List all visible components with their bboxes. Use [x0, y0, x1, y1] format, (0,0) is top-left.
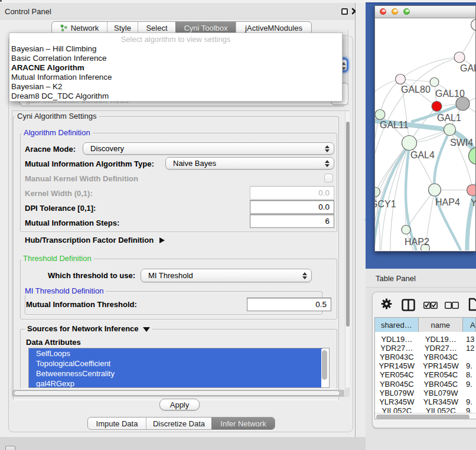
select-all-icon[interactable]	[423, 301, 438, 312]
table-cell: YLR345W	[419, 397, 464, 406]
attribute-list-item[interactable]: TopologicalCoefficient	[29, 358, 322, 369]
hub-section-header[interactable]: Hub/Transcription Factor Definition	[25, 236, 165, 244]
table-column-header[interactable]: shared…	[375, 318, 419, 332]
combo-arrows-icon	[325, 160, 330, 167]
network-edge[interactable]	[406, 190, 435, 230]
apply-button[interactable]: Apply	[159, 399, 200, 410]
window-minimize-icon[interactable]	[392, 8, 398, 15]
mi-threshold-label: Mutual Information Threshold:	[26, 300, 137, 309]
list-scrollbar[interactable]	[321, 349, 328, 388]
table-cell: YBL079W	[419, 389, 464, 397]
tab-label: Style	[114, 24, 131, 32]
tab-select[interactable]: Select	[138, 22, 175, 34]
network-node-salmon-node[interactable]	[467, 185, 476, 196]
network-window-titlebar[interactable]	[375, 6, 475, 18]
network-node-label: GAL4	[410, 150, 435, 160]
network-node-GAL10[interactable]	[430, 78, 439, 87]
table-row[interactable]: YBR043CYBR043C	[375, 353, 476, 361]
network-node-GAL1[interactable]	[432, 102, 442, 112]
minimized-panel-icon[interactable]	[5, 446, 15, 450]
control-panel-title: Control Panel	[5, 7, 51, 16]
vertical-scrollbar-thumb[interactable]	[346, 122, 350, 327]
table-row[interactable]: YLR345WYLR345W9.	[375, 397, 476, 406]
table-row[interactable]: YER054CYER054C8.	[375, 370, 476, 379]
network-node-corner[interactable]	[471, 19, 476, 31]
algorithm-option[interactable]: Bayesian – Hill Climbing	[9, 44, 342, 54]
network-node-gray-node[interactable]	[456, 97, 470, 110]
network-canvas[interactable]: GALGAL80GAL10GAL1GAL11SWI4GAL4GCY1HAP4YH…	[375, 18, 475, 250]
attribute-list-item[interactable]: gal4RGexp	[29, 379, 322, 388]
network-node-HAP4[interactable]	[429, 184, 441, 196]
tab-cyni-toolbox[interactable]: Cyni Toolbox	[175, 22, 236, 34]
vertical-scrollbar[interactable]	[345, 111, 350, 387]
tab-label: jActiveMNodules	[245, 24, 302, 32]
tab-impute-data[interactable]: Impute Data	[88, 418, 146, 429]
attribute-list-item[interactable]: SelfLoops	[29, 348, 322, 358]
table-cell: YDL19…	[375, 335, 419, 344]
tab-infer-network[interactable]: Infer Network	[211, 418, 275, 429]
algorithm-option[interactable]: Basic Correlation Inference	[9, 54, 342, 63]
algorithm-option[interactable]: Bayesian – K2	[9, 82, 342, 92]
network-node-green-node[interactable]	[469, 148, 476, 165]
gear-icon[interactable]	[381, 298, 392, 312]
algorithm-option[interactable]: Mutual Information Inference	[9, 73, 342, 82]
tab-jactivemnodules[interactable]: jActiveMNodules	[236, 22, 311, 34]
document-icon[interactable]	[468, 298, 476, 314]
tab-network[interactable]: Network	[52, 22, 107, 34]
table-column-header[interactable]: name	[419, 318, 464, 332]
network-node-GAL4[interactable]	[402, 136, 417, 151]
which-threshold-combo[interactable]: MI Threshold	[141, 269, 312, 282]
sources-section-label: Sources for Network Inference	[27, 324, 139, 333]
manual-kernel-checkbox[interactable]	[324, 174, 333, 182]
window-close-icon[interactable]	[380, 8, 386, 15]
table-row[interactable]: YBL079WYBL079W	[375, 389, 476, 397]
table-row[interactable]: YDL19…YDL19…13	[375, 335, 476, 344]
kernel-width-field[interactable]: 0.0	[250, 186, 334, 200]
network-edge[interactable]	[400, 57, 459, 79]
combo-arrows-icon	[302, 272, 307, 279]
horizontal-scrollbar-thumb[interactable]	[14, 390, 340, 396]
data-attributes-list[interactable]: SelfLoopsTopologicalCoefficientBetweenne…	[28, 348, 330, 388]
table-row[interactable]: YDR27…YDR27…12	[375, 344, 476, 353]
table-scrollbar-thumb[interactable]	[376, 415, 470, 419]
which-threshold-value: MI Threshold	[141, 271, 193, 280]
control-panel-titlebar[interactable]: Control Panel	[0, 3, 355, 19]
network-node-GCY1[interactable]	[375, 187, 380, 197]
list-scrollbar-thumb[interactable]	[322, 350, 327, 380]
table-row[interactable]: YBR045CYBR045C9.	[375, 380, 476, 389]
window-zoom-icon[interactable]	[403, 8, 410, 15]
mi-threshold-field[interactable]: 0.5	[247, 298, 331, 311]
network-desktop-edge	[366, 2, 476, 4]
algorithm-option[interactable]: Dream8 DC_TDC Algorithm	[9, 92, 342, 101]
table-cell: YBR043C	[375, 353, 419, 361]
cyni-algorithm-settings-title: Cyni Algorithm Settings	[15, 112, 99, 120]
table-column-header[interactable]: A	[463, 318, 476, 332]
network-edge[interactable]	[380, 79, 401, 115]
aracne-mode-combo[interactable]: Discovery	[83, 142, 334, 155]
float-window-icon[interactable]	[341, 8, 348, 15]
table-horizontal-scrollbar[interactable]	[375, 413, 476, 419]
deselect-all-icon[interactable]	[445, 301, 459, 312]
network-node-GAL[interactable]	[454, 52, 465, 63]
tab-style[interactable]: Style	[107, 22, 138, 34]
mi-type-combo[interactable]: Naive Bayes	[165, 157, 334, 169]
attribute-list-item[interactable]: BetweennessCentrality	[29, 369, 322, 379]
tab-discretize-data[interactable]: Discretize Data	[146, 418, 211, 429]
network-node-HAP2[interactable]	[402, 226, 410, 234]
table-header-row: shared…nameA	[375, 318, 476, 332]
dpi-tolerance-field[interactable]: 0.0	[250, 200, 334, 214]
tab-label: Cyni Toolbox	[184, 24, 227, 32]
mi-steps-field[interactable]: 6	[250, 214, 334, 228]
split-columns-icon[interactable]	[402, 299, 415, 314]
network-node-GAL80[interactable]	[396, 74, 406, 84]
network-node-SWI4[interactable]	[444, 124, 456, 136]
sources-section-header[interactable]: Sources for Network Inference	[25, 325, 152, 333]
app-bottom-strip	[0, 437, 366, 450]
table-row[interactable]: YPR145WYPR145W9.	[375, 361, 476, 370]
network-node-GAL11[interactable]	[375, 110, 385, 120]
tab-label: Select	[146, 24, 167, 32]
mi-type-label: Mutual Information Algorithm Type:	[25, 159, 154, 168]
algorithm-option[interactable]: ARACNE Algorithm	[9, 63, 342, 73]
collapsed-arrow-icon	[159, 237, 165, 243]
network-highlight-edge[interactable]	[375, 145, 409, 250]
